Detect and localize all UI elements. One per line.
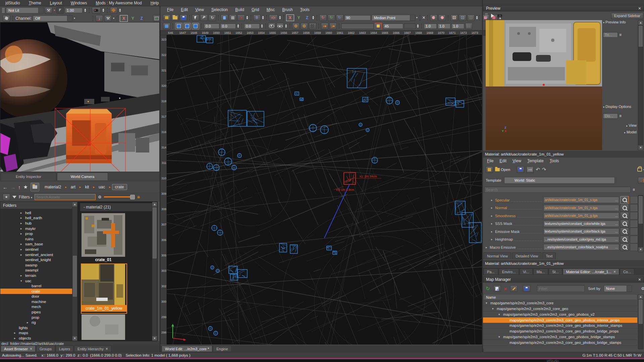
magnifier-button[interactable] [620, 204, 629, 212]
folder-item[interactable]: barrel [0, 283, 77, 289]
expand-arrow-icon[interactable]: ▸ [491, 198, 495, 202]
expand-arrow-icon[interactable]: ▸ [20, 253, 25, 256]
expand-arrow-icon[interactable]: ▸ [20, 248, 25, 251]
doc-icon[interactable] [163, 23, 170, 29]
scale-y-field[interactable] [438, 23, 450, 29]
rename-icon[interactable]: AB [526, 166, 534, 173]
menu-item[interactable]: File [485, 158, 495, 164]
gear-paint-icon[interactable]: ⚙ [301, 23, 308, 29]
spinner[interactable]: ▲▼ [476, 16, 478, 20]
spinner[interactable]: ▲▼ [417, 24, 419, 28]
spinner[interactable]: ▲▼ [84, 8, 87, 12]
menu-item[interactable]: Edit [497, 158, 508, 164]
material-flat-preview[interactable]: Z Y X [486, 86, 602, 150]
folder-item[interactable]: ▸terrain [0, 273, 77, 278]
model-section[interactable]: Model [627, 130, 637, 134]
vertex-remove-icon[interactable] [438, 14, 446, 21]
folder-item[interactable]: sentinel_knight [0, 257, 77, 262]
rotate-z-icon[interactable]: ↻ [336, 14, 343, 21]
breadcrumb-item[interactable]: kit [82, 184, 92, 190]
map-row[interactable]: maps/game/sp/e2m3_core/e2m3_core_geo_pho… [483, 323, 637, 328]
funnel-icon[interactable] [12, 196, 16, 198]
folder-item[interactable]: ▸rig [0, 320, 77, 325]
display-options-header[interactable]: Display Options [605, 105, 631, 109]
folder-item[interactable]: ▸hell_earth [0, 216, 77, 221]
forward-button[interactable]: → [10, 184, 15, 190]
delete-map-icon[interactable]: × [504, 286, 507, 292]
dice-icon-2[interactable]: ⚄ [459, 14, 466, 21]
open-folder-icon[interactable] [171, 14, 179, 21]
orange-y-icon[interactable]: y■ [329, 23, 337, 29]
param-extra-button[interactable] [630, 220, 638, 228]
expand-arrow-icon[interactable]: ▸ [491, 214, 495, 218]
chevron-down-icon[interactable]: ▾ [416, 16, 418, 19]
drag-handle[interactable] [2, 8, 5, 13]
render-mode-combo[interactable]: Not Lit [6, 7, 44, 13]
menu-icon[interactable]: ≡ [633, 187, 635, 192]
pivot-combo[interactable]: Median Point [372, 15, 415, 21]
refresh-icon[interactable]: ↻ [486, 286, 490, 292]
map-row[interactable]: ▾maps/game/sp/e2m3_core/e2m3_core_geo_ph… [483, 312, 637, 317]
download-icon[interactable]: ↓ [96, 15, 103, 22]
add-map-icon[interactable]: + [493, 285, 501, 292]
overlay-icon[interactable] [110, 7, 117, 14]
params-scrollbar[interactable]: ▼ [638, 195, 643, 252]
scale-z-field[interactable] [451, 23, 464, 29]
menu-item[interactable]: Build [233, 7, 246, 12]
menu-item[interactable]: File [165, 7, 175, 12]
back-button[interactable]: ← [3, 184, 8, 190]
material-search-input[interactable] [484, 187, 631, 193]
lock-icon[interactable] [637, 168, 642, 172]
tab[interactable]: Pa... [484, 268, 498, 275]
eye-open-icon[interactable] [268, 23, 275, 29]
rotate-angle-field[interactable] [344, 15, 371, 20]
param-extra-button[interactable] [630, 228, 638, 235]
folder-item[interactable]: machine [0, 299, 77, 304]
map-name-header[interactable]: Name [483, 294, 637, 300]
asset-thumbnail-crate-01[interactable] [82, 213, 125, 257]
menu-item[interactable]: Brush [280, 7, 294, 12]
camera-icon[interactable] [497, 14, 502, 17]
move-tool-icon[interactable] [200, 14, 208, 21]
brush-select-icon[interactable]: B [253, 14, 261, 21]
folder-item[interactable]: crate [0, 289, 77, 294]
folder-item[interactable]: swamp [0, 262, 77, 268]
expand-arrow-icon[interactable]: ▸ [491, 206, 495, 209]
select-tool-icon[interactable] [192, 14, 199, 21]
collapse-arrow-icon[interactable]: ▾ [498, 335, 503, 339]
tab[interactable]: Engine [213, 346, 231, 352]
param-extra-button[interactable] [630, 196, 638, 204]
tools-icon[interactable]: ⚒ [45, 7, 52, 14]
menu-icon[interactable]: ≡ [619, 33, 622, 37]
texture-path-field[interactable]: ...res/system/constant_color/grey_md.tga… [543, 236, 619, 243]
menu-item[interactable]: View [511, 158, 523, 164]
edit-map-icon[interactable] [510, 285, 518, 292]
expand-arrow-icon[interactable]: ▸ [14, 337, 19, 340]
param-extra-button[interactable] [630, 212, 638, 220]
scale-field[interactable] [65, 8, 83, 13]
param-extra-button[interactable] [630, 236, 638, 243]
map-row[interactable]: maps/game/sp/e2m3_core/e2m3_core_geo_pho… [483, 317, 637, 323]
tri-count-field[interactable]: Tri... [603, 32, 618, 38]
menu-item[interactable]: Help [149, 0, 161, 6]
menu-item[interactable]: Windows [69, 0, 89, 6]
breadcrumb-item[interactable]: material2 [42, 184, 64, 190]
folder-item[interactable]: lights [0, 325, 77, 330]
asset-label[interactable]: crate_01 [82, 257, 125, 262]
magnifier-button[interactable] [620, 228, 629, 235]
pattern-grid-icon[interactable] [309, 23, 316, 29]
constrain-z-toggle[interactable]: Z [304, 15, 311, 21]
breadcrumb-item[interactable]: art [68, 184, 78, 190]
gear-icon[interactable]: ⚙ [641, 286, 644, 291]
preview-scrollbar[interactable]: ▲▼ [638, 20, 643, 150]
folder-item[interactable]: ▸prop [0, 231, 77, 236]
folder-item[interactable]: ruins [0, 236, 77, 242]
texture-preview-image[interactable] [486, 20, 602, 86]
menu-item[interactable]: Theme [26, 0, 43, 6]
magnifier-button[interactable] [620, 220, 629, 228]
menu-item[interactable]: Selection [209, 7, 230, 12]
save-material-icon[interactable] [517, 166, 524, 173]
asset-label-selected[interactable]: crate_1m_01_yellow [82, 305, 126, 312]
folder-item[interactable]: ▸objects [0, 336, 77, 341]
map-manager-titlebar[interactable]: Map Manager× [483, 276, 644, 283]
